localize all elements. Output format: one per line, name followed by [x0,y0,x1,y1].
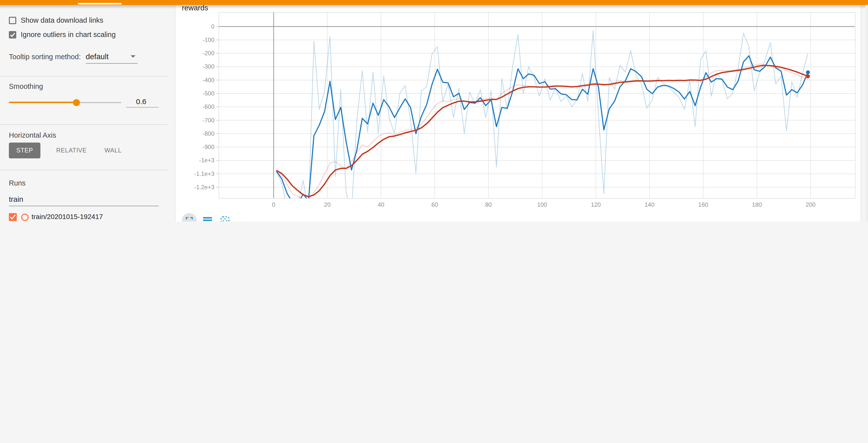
smoothing-label: Smoothing [9,82,159,90]
axis-relative-button[interactable]: RELATIVE [54,147,89,154]
run-label: train/20201015-192417 [32,213,103,220]
svg-text:180: 180 [752,201,762,208]
checkbox-label: Ignore outliers in chart scaling [21,31,116,38]
ignore-outliers-row[interactable]: Ignore outliers in chart scaling [9,31,159,38]
divider [0,170,167,170]
run-checkbox[interactable] [9,213,17,221]
active-tab-indicator [78,3,122,4]
svg-text:160: 160 [698,201,708,208]
divider [0,124,167,125]
horizontal-axis-label: Horizontal Axis [9,131,159,139]
tooltip-sorting-label: Tooltip sorting method: [9,53,81,61]
svg-text:0: 0 [211,23,214,30]
divider [0,76,167,77]
svg-text:-1.2e+3: -1.2e+3 [194,184,214,190]
tooltip-sorting-value: default [86,52,109,61]
svg-text:-300: -300 [203,63,214,70]
svg-text:60: 60 [432,201,438,208]
slider-fill [9,101,76,103]
settings-sidebar: Show data download links Ignore outliers… [0,5,167,222]
svg-text:80: 80 [485,201,492,208]
svg-text:-100: -100 [203,36,214,43]
svg-text:-400: -400 [203,77,214,83]
svg-text:-1.1e+3: -1.1e+3 [194,171,214,177]
axis-step-button[interactable]: STEP [9,143,40,158]
expand-icon[interactable] [182,213,197,222]
checkbox-label: Show data download links [21,16,103,24]
scrollbar-track[interactable] [866,5,868,222]
run-row[interactable]: train/20201015-192417 [9,213,159,221]
svg-text:200: 200 [806,201,815,208]
smoothing-value-input[interactable]: 0.6 [126,97,159,108]
axis-wall-button[interactable]: WALL [102,147,124,154]
dashboard-main: rewards 0204060801001201401601802000-100… [167,5,868,222]
run-radio[interactable] [21,214,29,221]
runs-label: Runs [9,179,159,187]
checkbox-checked-icon[interactable] [9,31,16,38]
svg-text:-600: -600 [203,104,214,110]
svg-text:-500: -500 [203,90,214,97]
dropdown-arrow-icon [131,55,135,58]
chart-toolbar [182,213,231,222]
svg-text:-700: -700 [203,117,214,124]
run-filter-input[interactable]: train [9,195,159,206]
svg-text:20: 20 [324,201,331,208]
slider-thumb[interactable] [73,99,80,106]
checkbox-unchecked-icon[interactable] [9,17,16,24]
rewards-chart-card: rewards 0204060801001201401601802000-100… [176,4,861,222]
svg-text:-200: -200 [203,50,214,57]
rewards-chart[interactable]: 0204060801001201401601802000-100-200-300… [176,4,861,222]
svg-text:100: 100 [537,201,547,208]
svg-text:40: 40 [378,201,384,208]
svg-text:0: 0 [272,201,275,208]
data-rows-icon[interactable] [201,214,214,222]
fit-domain-icon[interactable] [218,214,231,222]
smoothing-slider[interactable] [9,98,121,107]
svg-text:-900: -900 [203,144,214,150]
app-header [0,0,868,5]
tensorboard-app: Show data download links Ignore outliers… [0,0,868,222]
svg-text:120: 120 [591,201,601,208]
tooltip-sorting-select[interactable]: default [86,52,137,64]
svg-text:140: 140 [645,201,654,208]
svg-text:-1e+3: -1e+3 [199,157,214,164]
show-data-download-links-row[interactable]: Show data download links [9,16,159,24]
svg-text:-800: -800 [203,130,214,137]
